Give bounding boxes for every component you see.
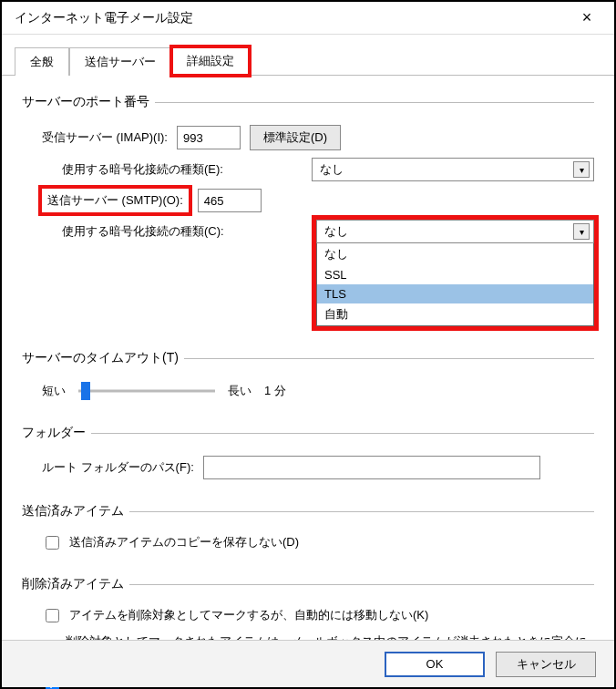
label-incoming-encryption: 使用する暗号化接続の種類(E): [62,161,223,178]
cancel-button[interactable]: キャンセル [496,652,596,677]
option-tls[interactable]: TLS [317,284,593,303]
window-title: インターネット電子メール設定 [15,10,193,26]
tab-outgoing-server[interactable]: 送信サーバー [69,47,171,76]
checkbox-mark-for-deletion[interactable] [46,609,59,622]
dialog-body: サーバーのポート番号 受信サーバー (IMAP)(I): 標準設定(D) 使用す… [2,76,614,689]
slider-track [78,390,215,393]
label-imap: 受信サーバー (IMAP)(I): [42,129,168,146]
legend-server-ports: サーバーのポート番号 [22,94,155,110]
dialog-footer: OK キャンセル [2,640,614,687]
label-long: 長い [228,383,252,399]
slider-thumb[interactable] [81,382,90,400]
option-auto[interactable]: 自動 [317,303,593,325]
select-outgoing-encryption-value: なし [324,223,348,240]
select-outgoing-encryption[interactable]: なし ▾ [316,220,594,243]
select-incoming-encryption[interactable]: なし ▾ [312,158,594,181]
dropdown-outgoing-encryption: なし SSL TLS 自動 [316,243,594,326]
group-sent-items: 送信済みアイテム 送信済みアイテムのコピーを保存しない(D) [22,503,594,563]
select-incoming-encryption-value: なし [320,161,344,178]
chevron-down-icon: ▾ [573,161,590,178]
input-imap-port[interactable] [177,126,241,149]
label-mark-for-deletion: アイテムを削除対象としてマークするが、自動的には移動しない(K) [69,607,428,623]
label-smtp: 送信サーバー (SMTP)(O): [42,189,189,212]
input-smtp-port[interactable] [198,189,262,212]
group-timeout: サーバーのタイムアウト(T) 短い 長い 1 分 [22,350,594,412]
close-icon[interactable]: × [569,8,605,27]
ok-button[interactable]: OK [385,652,485,677]
input-root-folder[interactable] [203,456,540,479]
checkbox-dont-save-sent[interactable] [46,536,59,550]
select-outgoing-encryption-highlight: なし ▾ なし SSL TLS 自動 [316,220,594,326]
label-dont-save-sent: 送信済みアイテムのコピーを保存しない(D) [69,534,299,550]
tab-general[interactable]: 全般 [15,47,69,76]
option-none[interactable]: なし [317,243,593,265]
legend-folder: フォルダー [22,425,91,441]
tab-strip: 全般 送信サーバー 詳細設定 [2,35,614,76]
option-ssl[interactable]: SSL [317,265,593,284]
timeout-slider[interactable] [78,381,215,401]
group-folder: フォルダー ルート フォルダーのパス(F): [22,425,594,490]
legend-deleted-items: 削除済みアイテム [22,576,129,592]
tab-advanced[interactable]: 詳細設定 [171,46,250,76]
titlebar: インターネット電子メール設定 × [2,2,614,35]
label-outgoing-encryption: 使用する暗号化接続の種類(C): [62,220,224,240]
label-short: 短い [42,383,66,399]
default-settings-button[interactable]: 標準設定(D) [250,125,341,150]
legend-sent-items: 送信済みアイテム [22,503,129,519]
chevron-down-icon: ▾ [573,223,590,240]
legend-timeout: サーバーのタイムアウト(T) [22,350,184,366]
label-root-folder: ルート フォルダーのパス(F): [42,459,194,476]
dialog-window: インターネット電子メール設定 × 全般 送信サーバー 詳細設定 サーバーのポート… [0,0,616,689]
group-server-ports: サーバーのポート番号 受信サーバー (IMAP)(I): 標準設定(D) 使用す… [22,94,594,337]
timeout-value: 1 分 [264,383,286,399]
